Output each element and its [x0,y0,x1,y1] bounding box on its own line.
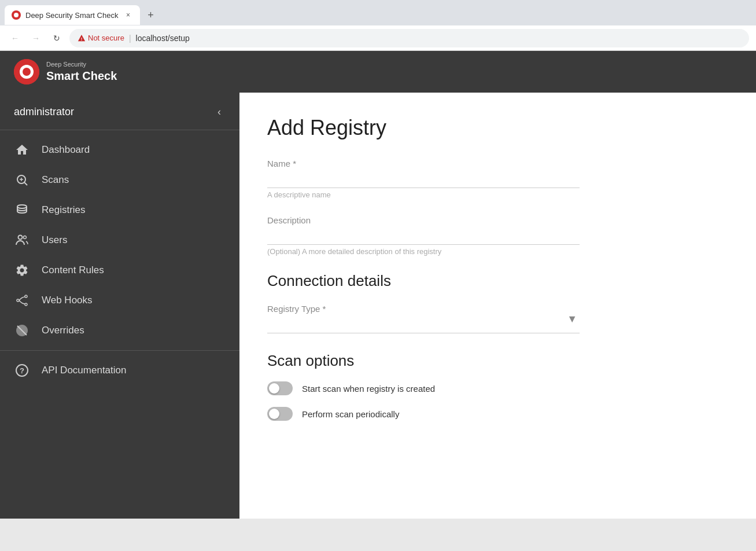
sidebar-item-api-docs[interactable]: ? API Documentation [0,355,239,385]
connection-details-title: Connection details [267,272,580,290]
registry-type-select[interactable] [267,316,580,333]
page-title: Add Registry [267,116,728,140]
trend-micro-logo [14,59,39,85]
logo-icon [14,59,39,85]
sidebar-nav: Dashboard Scans [0,130,239,390]
sidebar-item-label: Content Rules [42,265,104,276]
webhooks-icon [14,293,30,307]
sidebar: administrator ‹ Dashboard [0,93,239,519]
sidebar-item-label: Scans [42,174,69,186]
svg-point-10 [19,236,23,240]
svg-point-11 [24,236,27,239]
sidebar-username: administrator [14,106,74,118]
nav-bar: ← → ↻ ! Not secure | localhost/setup [0,25,756,51]
registries-icon [14,203,30,217]
scan-periodic-label: Perform scan periodically [302,409,399,419]
users-icon [14,233,30,247]
sidebar-item-overrides[interactable]: Overrides [0,315,239,346]
add-registry-form: Name * A descriptive name Description (O… [267,159,580,421]
logo-text: Deep Security Smart Check [46,61,117,82]
content-area: Add Registry Name * A descriptive name D… [239,93,756,519]
name-field: Name * A descriptive name [267,159,580,199]
sidebar-collapse-button[interactable]: ‹ [211,103,228,120]
svg-text:?: ? [20,366,24,375]
sidebar-item-label: Registries [42,204,86,216]
registry-type-field: Registry Type * ▼ [267,304,580,333]
sidebar-item-webhooks[interactable]: Web Hooks [0,285,239,315]
sidebar-divider [0,350,239,351]
svg-text:!: ! [81,36,83,41]
forward-button[interactable]: → [28,30,44,46]
back-button[interactable]: ← [7,30,23,46]
security-warning: ! Not secure [78,34,124,42]
sidebar-item-label: Users [42,234,67,246]
svg-line-6 [24,182,27,185]
scan-on-create-label: Start scan when registry is created [302,384,435,394]
tab-favicon [12,10,21,20]
registry-type-label: Registry Type * [267,304,580,314]
svg-point-12 [17,299,19,302]
name-helper: A descriptive name [267,190,580,199]
warning-icon: ! [78,34,86,42]
new-tab-button[interactable]: + [142,7,158,23]
sidebar-item-scans[interactable]: Scans [0,165,239,195]
help-icon: ? [14,363,30,377]
description-label: Description [267,215,580,225]
settings-icon [14,263,30,277]
address-url: localhost/setup [136,34,190,43]
sidebar-item-dashboard[interactable]: Dashboard [0,135,239,165]
sidebar-item-label: Dashboard [42,144,90,156]
logo-bottom-text: Smart Check [46,69,117,83]
main-layout: administrator ‹ Dashboard [0,93,756,519]
tab-close-button[interactable]: × [123,10,133,20]
scan-periodic-row: Perform scan periodically [267,407,580,421]
toggle-thumb [269,383,279,394]
tab-bar: Deep Security Smart Check × + [0,0,756,25]
refresh-button[interactable]: ↻ [49,30,65,46]
scans-icon [14,173,30,187]
svg-point-14 [25,303,27,306]
sidebar-item-users[interactable]: Users [0,225,239,255]
sidebar-item-label: Overrides [42,325,84,336]
description-helper: (Optional) A more detailed description o… [267,247,580,256]
sidebar-item-registries[interactable]: Registries [0,195,239,225]
active-tab[interactable]: Deep Security Smart Check × [5,5,140,25]
logo-top-text: Deep Security [46,61,117,68]
app-header: Deep Security Smart Check [0,51,756,93]
svg-point-13 [25,295,27,297]
name-label: Name * [267,159,580,168]
registry-type-wrapper: Registry Type * ▼ [267,304,580,333]
sidebar-item-content-rules[interactable]: Content Rules [0,255,239,285]
address-separator: | [129,34,131,43]
scan-on-create-toggle[interactable] [267,381,293,395]
scan-on-create-row: Start scan when registry is created [267,381,580,395]
sidebar-user-row: administrator ‹ [0,93,239,130]
description-field: Description (Optional) A more detailed d… [267,215,580,256]
description-input[interactable] [267,227,580,245]
sidebar-item-label: Web Hooks [42,295,93,306]
address-bar[interactable]: ! Not secure | localhost/setup [69,29,749,47]
scan-periodic-toggle[interactable] [267,407,293,421]
scan-options-title: Scan options [267,352,580,370]
sidebar-item-label: API Documentation [42,365,126,376]
overrides-icon [14,324,30,337]
home-icon [14,143,30,157]
svg-point-4 [23,68,31,76]
app-logo: Deep Security Smart Check [14,59,117,85]
tab-title: Deep Security Smart Check [25,11,118,20]
name-input[interactable] [267,171,580,188]
app-container: Deep Security Smart Check administrator … [0,51,756,519]
svg-point-9 [17,205,27,208]
toggle-thumb [269,409,279,419]
